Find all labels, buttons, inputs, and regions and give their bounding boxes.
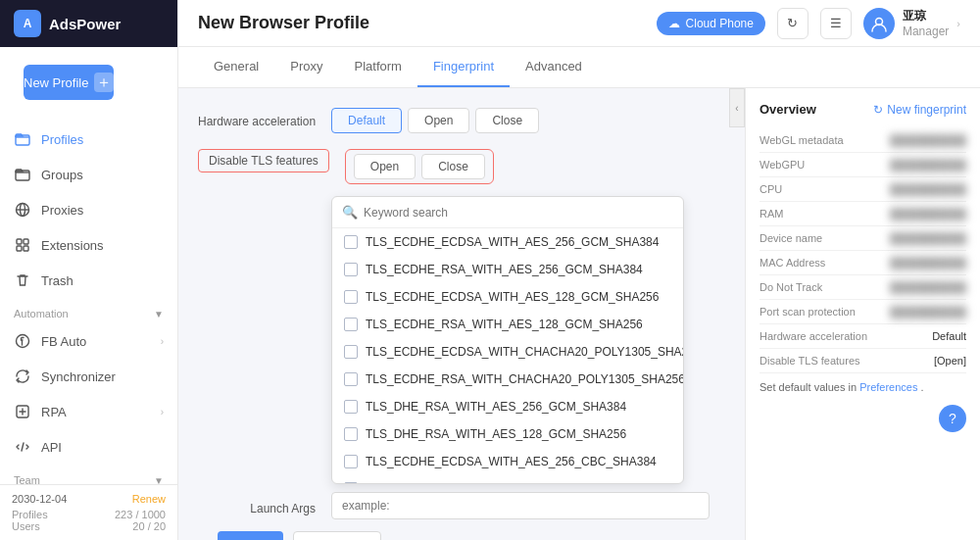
tls-list-item[interactable]: TLS_DHE_RSA_WITH_AES_128_GCM_SHA256: [332, 420, 683, 448]
ok-button[interactable]: OK: [218, 531, 283, 540]
tls-checkbox[interactable]: [344, 235, 358, 249]
hardware-acceleration-label: Hardware acceleration: [198, 108, 316, 130]
overview-row-value: ██████████: [890, 232, 966, 244]
tls-list-item[interactable]: TLS_ECDHE_RSA_WITH_AES_256_GCM_SHA384: [332, 256, 683, 283]
tls-checkbox[interactable]: [344, 263, 358, 276]
hardware-acceleration-control: Default Open Close: [331, 108, 710, 133]
tls-checkbox[interactable]: [344, 372, 358, 386]
launch-args-row: Launch Args: [198, 492, 710, 519]
tls-list-item[interactable]: TLS_ECDHE_ECDSA_WITH_AES_128_GCM_SHA256: [332, 283, 683, 311]
sidebar-item-api[interactable]: API: [0, 429, 177, 465]
sidebar-fb-label: FB Auto: [41, 334, 86, 349]
overview-row-label: Device name: [760, 232, 838, 244]
bottom-bar: OK Cancel: [198, 519, 710, 540]
tls-dropdown-list: TLS_ECDHE_ECDSA_WITH_AES_256_GCM_SHA384T…: [332, 228, 683, 483]
tls-list-item[interactable]: TLS_DHE_RSA_WITH_AES_256_GCM_SHA384: [332, 393, 683, 420]
content-area: Hardware acceleration Default Open Close…: [178, 88, 980, 540]
hw-default-button[interactable]: Default: [331, 108, 402, 133]
main-header: New Browser Profile ☁ Cloud Phone ↻ ☰ 亚琼…: [178, 0, 980, 47]
cancel-button[interactable]: Cancel: [293, 531, 381, 540]
tls-search-input[interactable]: [364, 206, 673, 220]
hw-close-button[interactable]: Close: [475, 108, 539, 133]
collapse-toggle[interactable]: ‹: [729, 88, 745, 127]
list-button[interactable]: ☰: [820, 8, 852, 39]
new-profile-button[interactable]: New Profile ＋: [24, 65, 114, 100]
sidebar-item-fb-auto[interactable]: FB Auto ›: [0, 323, 177, 359]
cloud-phone-button[interactable]: ☁ Cloud Phone: [657, 12, 765, 35]
sidebar-trash-label: Trash: [41, 273, 74, 288]
form-area: Hardware acceleration Default Open Close…: [178, 88, 729, 540]
tab-proxy[interactable]: Proxy: [274, 47, 338, 87]
sync-icon: [14, 368, 31, 385]
disable-tls-row: Disable TLS features Open Close: [198, 149, 710, 184]
tls-close-button[interactable]: Close: [421, 154, 485, 179]
list-icon: ☰: [830, 16, 842, 30]
sidebar-item-profiles[interactable]: Profiles: [0, 122, 177, 157]
logo-icon: A: [14, 10, 41, 37]
disable-tls-label: Disable TLS features: [198, 149, 329, 172]
tls-checkbox[interactable]: [344, 427, 358, 441]
new-fingerprint-button[interactable]: ↻ New fingerprint: [873, 103, 966, 117]
globe-icon: [14, 201, 31, 219]
groups-icon: [14, 166, 31, 183]
tls-list-item[interactable]: TLS_ECDHE_ECDSA_WITH_AES_256_GCM_SHA384: [332, 228, 683, 256]
tls-list-item[interactable]: TLS_ECDHE_RSA_WITH_CHACHA20_POLY1305_SHA…: [332, 366, 683, 393]
tls-checkbox[interactable]: [344, 400, 358, 414]
overview-row: Port scan protection██████████: [760, 300, 966, 324]
refresh-button[interactable]: ↻: [777, 8, 808, 39]
tls-list-item[interactable]: TLS_ECDHE_ECDSA_WITH_CHACHA20_POLY1305_S…: [332, 338, 683, 366]
help-button[interactable]: ?: [939, 405, 966, 432]
overview-row-value: [Open]: [934, 355, 966, 367]
renew-button[interactable]: Renew: [132, 493, 166, 505]
hw-open-button[interactable]: Open: [408, 108, 469, 133]
sidebar-item-groups[interactable]: Groups: [0, 157, 177, 192]
user-role: Manager: [903, 25, 949, 38]
overview-row-value: ██████████: [890, 281, 966, 293]
tab-advanced[interactable]: Advanced: [510, 47, 598, 87]
tls-checkbox[interactable]: [344, 482, 358, 483]
tab-platform[interactable]: Platform: [338, 47, 416, 87]
sidebar-footer: 2030-12-04 Renew Profiles 223 / 1000 Use…: [0, 484, 177, 540]
overview-row-label: Disable TLS features: [760, 355, 860, 367]
plus-icon: ＋: [94, 73, 114, 92]
tls-checkbox[interactable]: [344, 318, 358, 331]
tab-fingerprint[interactable]: Fingerprint: [417, 47, 510, 87]
tls-list-item[interactable]: TLS_ECDHE_RSA_WITH_AES_256_CBC_SHA384: [332, 475, 683, 483]
tls-list-item[interactable]: TLS_ECDHE_RSA_WITH_AES_128_GCM_SHA256: [332, 311, 683, 338]
refresh-icon: ↻: [787, 16, 798, 30]
users-stat-value: 20 / 20: [132, 520, 166, 532]
tls-list-item[interactable]: TLS_ECDHE_ECDSA_WITH_AES_256_CBC_SHA384: [332, 448, 683, 475]
sidebar-item-proxies[interactable]: Proxies: [0, 192, 177, 227]
svg-rect-5: [17, 239, 22, 244]
sidebar-sync-label: Synchronizer: [41, 369, 116, 384]
sidebar-item-trash[interactable]: Trash: [0, 263, 177, 298]
sidebar-item-rpa[interactable]: RPA ›: [0, 394, 177, 429]
tls-checkbox[interactable]: [344, 290, 358, 304]
folder-icon: [14, 130, 31, 148]
tls-open-button[interactable]: Open: [354, 154, 416, 179]
preferences-link-row: Set default values in Preferences .: [760, 381, 966, 393]
overview-row: Device name██████████: [760, 226, 966, 251]
tls-checkbox[interactable]: [344, 455, 358, 468]
tls-dropdown-panel: 🔍 TLS_ECDHE_ECDSA_WITH_AES_256_GCM_SHA38…: [331, 196, 684, 484]
puzzle-icon: [14, 236, 31, 254]
right-panel: Overview ↻ New fingerprint WebGL metadat…: [745, 88, 980, 540]
launch-args-input[interactable]: [331, 492, 710, 519]
fb-arrow: ›: [161, 336, 164, 347]
overview-row: RAM██████████: [760, 202, 966, 226]
overview-row-value: Default: [932, 330, 966, 342]
overview-row-value: ██████████: [890, 159, 966, 171]
overview-row: WebGL metadata██████████: [760, 128, 966, 153]
overview-row-value: ██████████: [890, 183, 966, 195]
preferences-link[interactable]: Preferences: [859, 381, 917, 393]
tls-search-row: 🔍: [332, 197, 683, 228]
tls-checkbox[interactable]: [344, 345, 358, 359]
user-info[interactable]: 亚琼 Manager ›: [863, 8, 960, 39]
sidebar-item-synchronizer[interactable]: Synchronizer: [0, 359, 177, 394]
overview-row-value: ██████████: [890, 306, 966, 318]
svg-rect-6: [24, 239, 28, 244]
sidebar-item-extensions[interactable]: Extensions: [0, 227, 177, 263]
sidebar-groups-label: Groups: [41, 168, 83, 182]
search-icon: 🔍: [342, 205, 358, 220]
tab-general[interactable]: General: [198, 47, 274, 87]
